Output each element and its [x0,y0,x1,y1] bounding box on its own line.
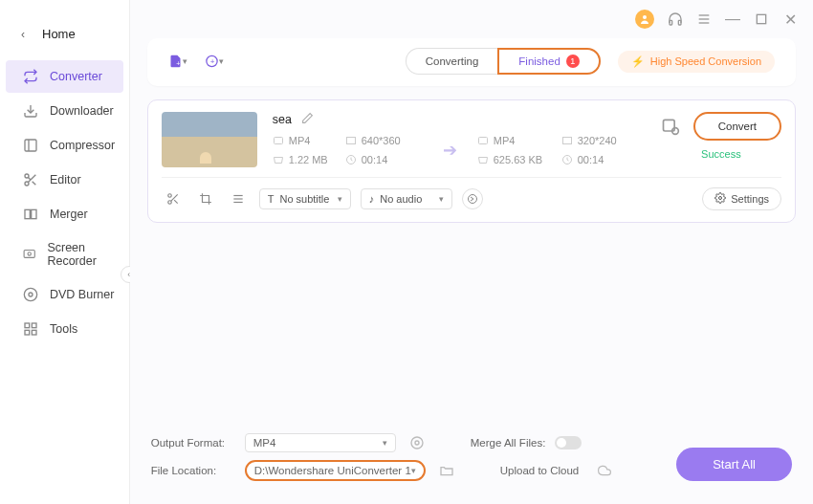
file-location-label: File Location: [151,465,235,476]
nav-dvd-burner[interactable]: DVD Burner [6,278,123,311]
high-speed-conversion-button[interactable]: ⚡ High Speed Conversion [618,51,775,73]
svg-rect-8 [25,209,30,218]
src-size: 1.22 MB [273,154,338,165]
effects-icon[interactable] [227,188,250,209]
output-format-select[interactable]: MP4 ▾ [245,433,396,452]
nav-label: Compressor [50,139,115,152]
output-settings-icon[interactable] [661,117,680,136]
nav-label: Tools [50,322,77,336]
editor-icon [23,172,38,187]
svg-rect-31 [562,138,571,144]
svg-point-18 [643,15,647,19]
src-duration: 00:14 [345,154,424,165]
upload-cloud-label: Upload to Cloud [500,465,579,476]
svg-point-3 [25,174,29,178]
headset-icon[interactable] [668,11,683,27]
file-location-value: D:\Wondershare UniConverter 1 [254,465,411,476]
bolt-icon: ⚡ [631,55,645,68]
audio-value: No audio [380,193,422,205]
dst-resolution: 320*240 [561,135,638,146]
tab-finished[interactable]: Finished 1 [497,48,600,75]
chevron-down-icon: ▾ [338,194,342,204]
src-format: MP4 [273,135,338,146]
merger-icon [23,207,38,222]
tab-converting-label: Converting [426,55,479,67]
open-folder-icon[interactable] [439,463,454,478]
file-card: sea MP4 640*360 ➔ MP4 320*240 1.22 MB 00… [147,99,796,223]
home-label: Home [42,27,76,41]
svg-text:+: + [176,60,180,67]
src-resolution: 640*360 [345,135,424,146]
nav-merger[interactable]: Merger [6,198,123,230]
tab-finished-label: Finished [518,55,560,67]
gear-icon [714,192,726,206]
svg-point-11 [28,252,31,255]
recorder-icon [23,247,35,262]
svg-rect-15 [32,323,36,328]
edit-name-icon[interactable] [301,112,314,127]
svg-line-7 [28,177,31,180]
chevron-down-icon: ▾ [439,194,444,204]
nav-label: Converter [50,70,102,83]
close-icon[interactable]: ✕ [782,11,798,27]
output-format-value: MP4 [253,437,276,449]
start-all-button[interactable]: Start All [676,448,792,481]
menu-icon[interactable] [696,11,712,27]
converter-icon [23,69,38,84]
footer: Output Format: MP4 ▾ Merge All Files: Fi… [130,424,813,504]
svg-point-36 [167,194,171,198]
svg-rect-17 [25,330,30,335]
svg-point-45 [415,441,419,445]
tab-converting[interactable]: Converting [406,48,498,75]
settings-label: Settings [731,193,769,205]
chevron-down-icon: ▾ [383,438,387,448]
main-panel: — ✕ +▾ +▾ Converting Finished 1 ⚡ High S… [130,0,813,504]
audio-select[interactable]: ♪ No audio ▾ [361,188,452,209]
svg-point-13 [29,293,33,296]
dst-format: MP4 [477,135,554,146]
nav-label: Screen Recorder [47,241,122,268]
convert-button[interactable]: Convert [693,112,781,141]
crop-icon[interactable] [194,188,217,209]
chevron-down-icon: ▾ [183,56,187,66]
merge-label: Merge All Files: [471,437,546,449]
merge-toggle[interactable] [555,436,582,449]
svg-line-39 [174,200,178,204]
cloud-icon[interactable] [596,464,613,477]
subtitle-select[interactable]: T No subtitle ▾ [259,188,351,209]
subtitle-icon: T [268,193,275,205]
nav-converter[interactable]: Converter [6,60,123,93]
maximize-icon[interactable] [754,11,769,27]
output-gear-icon[interactable] [409,435,425,450]
trim-icon[interactable] [162,188,185,209]
file-location-select[interactable]: D:\Wondershare UniConverter 1 ▾ [245,460,426,481]
nav-label: Merger [50,208,88,221]
add-file-button[interactable]: +▾ [168,52,187,71]
svg-rect-29 [346,138,355,144]
toolbar: +▾ +▾ Converting Finished 1 ⚡ High Speed… [147,38,796,86]
minimize-icon[interactable]: — [725,11,740,27]
nav-downloader[interactable]: Downloader [6,95,123,127]
home-nav[interactable]: ‹ Home [0,27,129,60]
svg-point-44 [719,197,722,200]
nav-editor[interactable]: Editor [6,164,123,196]
user-avatar-icon[interactable] [635,10,654,29]
video-thumbnail[interactable] [162,112,257,167]
svg-point-12 [24,288,36,300]
status-label: Success [701,148,741,160]
speed-icon[interactable] [462,188,483,209]
settings-button[interactable]: Settings [702,187,781,210]
dst-size: 625.63 KB [477,154,554,165]
nav-label: DVD Burner [50,288,114,301]
svg-point-46 [411,437,423,449]
subtitle-value: No subtitle [279,193,329,205]
nav-compressor[interactable]: Compressor [6,129,123,162]
add-folder-button[interactable]: +▾ [205,52,224,71]
svg-text:+: + [209,57,214,66]
svg-rect-19 [670,20,672,25]
nav-tools[interactable]: Tools [6,313,123,345]
svg-rect-10 [24,251,34,258]
svg-line-6 [33,182,36,186]
svg-point-43 [468,195,476,204]
nav-screen-recorder[interactable]: Screen Recorder [6,232,123,276]
